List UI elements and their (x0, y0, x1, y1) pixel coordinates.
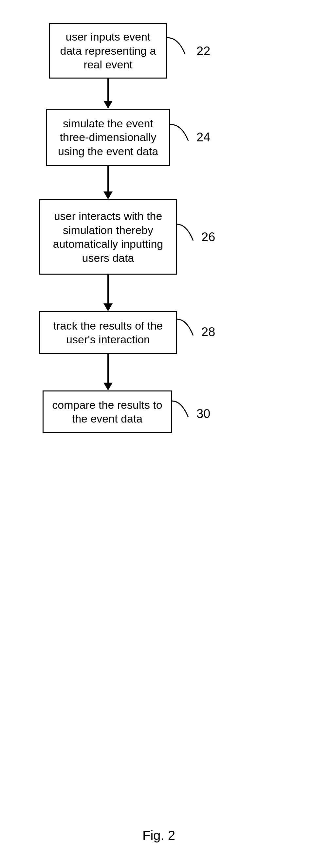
flowchart-canvas: user inputs event data representing a re… (0, 0, 332, 868)
flow-step-30: compare the results to the event data (42, 391, 172, 433)
flow-arrow (108, 79, 109, 101)
flow-step-label: 24 (197, 130, 210, 144)
flow-arrow-head (103, 191, 113, 199)
flow-arrow-head (103, 303, 113, 311)
flow-step-22: user inputs event data representing a re… (49, 23, 167, 79)
flow-step-text: simulate the event three-dimensionally u… (52, 117, 165, 158)
flow-step-text: user inputs event data representing a re… (55, 30, 161, 72)
flow-step-text: track the results of the user's interact… (45, 319, 171, 347)
flow-arrow-head (103, 101, 113, 108)
callout-connector-30 (172, 401, 195, 419)
callout-connector-24 (170, 124, 195, 143)
callout-connector-22 (167, 38, 193, 57)
flow-step-28: track the results of the user's interact… (39, 311, 177, 354)
flow-arrow (108, 275, 109, 304)
flow-step-label: 22 (197, 44, 210, 58)
flow-step-26: user interacts with the simulation there… (39, 199, 177, 275)
flow-step-24: simulate the event three-dimensionally u… (46, 108, 170, 166)
flow-step-label: 26 (201, 230, 215, 244)
flow-step-text: compare the results to the event data (48, 398, 166, 426)
flow-arrow (108, 354, 109, 383)
flow-arrow-head (103, 382, 113, 391)
flow-step-label: 30 (197, 407, 210, 421)
flow-step-text: user interacts with the simulation there… (45, 209, 171, 265)
callout-connector-26 (177, 224, 200, 242)
flow-arrow (108, 166, 109, 192)
flow-step-label: 28 (201, 325, 215, 339)
figure-caption: Fig. 2 (143, 828, 175, 843)
callout-connector-28 (177, 319, 200, 337)
